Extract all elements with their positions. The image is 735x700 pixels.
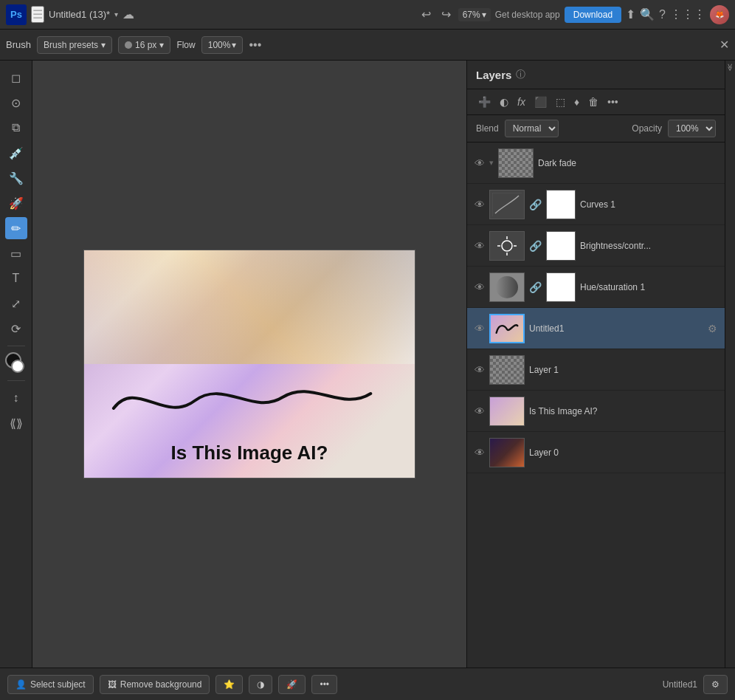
more-bottom-button[interactable]: ••• bbox=[311, 675, 337, 694]
size-arrow-icon: ▾ bbox=[159, 40, 164, 50]
taskbar-icon: ◑ bbox=[257, 679, 264, 690]
search-button[interactable]: 🔍 bbox=[640, 7, 655, 21]
flow-label: Flow bbox=[176, 40, 195, 50]
contextual-taskbar-button[interactable]: ◑ bbox=[249, 675, 272, 694]
canvas-text: Is This Image AI? bbox=[171, 442, 328, 464]
eyedropper-tool-button[interactable]: 💉 bbox=[5, 142, 27, 164]
preset-arrow-icon: ▾ bbox=[101, 40, 106, 50]
layer-item[interactable]: 👁 Layer 1 bbox=[467, 349, 725, 391]
opacity-select[interactable]: 100% bbox=[668, 120, 716, 137]
expand-tool-button[interactable]: ⟪⟫ bbox=[5, 412, 27, 434]
layer-mask-thumbnail bbox=[546, 272, 576, 302]
layer-thumbnail bbox=[489, 355, 525, 385]
canvas-top-decor bbox=[84, 250, 415, 364]
brush-size-button[interactable]: 16 px ▾ bbox=[118, 36, 170, 54]
background-color[interactable] bbox=[11, 360, 24, 373]
layers-toolbar: ➕ ◐ fx ⬛ ⬚ ♦ 🗑 ••• bbox=[467, 89, 725, 115]
crop-tool-button[interactable]: ⧉ bbox=[5, 117, 27, 139]
smart-object-button[interactable]: ⬚ bbox=[553, 94, 567, 110]
layer-thumbnail bbox=[489, 190, 525, 219]
remove-background-button[interactable]: 🖼 Remove background bbox=[100, 675, 210, 694]
document-settings-button[interactable]: ⚙ bbox=[703, 675, 728, 694]
layer-properties-icon[interactable]: ⚙ bbox=[708, 323, 717, 334]
hamburger-menu[interactable]: ☰ bbox=[31, 6, 44, 23]
layer-item[interactable]: 👁 🔗 Hue/saturation 1 bbox=[467, 267, 725, 308]
brush-tool-button[interactable]: ✏ bbox=[5, 217, 27, 239]
more-layer-options[interactable]: ••• bbox=[605, 94, 621, 110]
svg-point-0 bbox=[502, 241, 512, 251]
lasso-contextual-button[interactable]: 🚀 bbox=[278, 675, 306, 694]
redo-button[interactable]: ↪ bbox=[438, 6, 454, 23]
document-title: Untitled1 (13)* bbox=[49, 9, 110, 20]
rocket-tool-button[interactable]: 🚀 bbox=[5, 192, 27, 214]
heal-tool-button[interactable]: 🔧 bbox=[5, 167, 27, 189]
zoom-value: 67% bbox=[463, 10, 480, 20]
layer-visibility-toggle[interactable]: 👁 bbox=[475, 323, 485, 334]
rectangle-tool-button[interactable]: ▭ bbox=[5, 242, 27, 264]
layer-name: Hue/saturation 1 bbox=[580, 282, 717, 292]
left-toolbar: ◻ ⊙ ⧉ 💉 🔧 🚀 ✏ ▭ T ⤢ ⟳ ↕ ⟪⟫ bbox=[0, 61, 32, 668]
more-options-button[interactable]: ••• bbox=[249, 38, 261, 52]
delete-layer-button[interactable]: 🗑 bbox=[586, 94, 601, 110]
layer-visibility-toggle[interactable]: 👁 bbox=[475, 157, 485, 169]
layer-item[interactable]: 👁 Is This Image AI? bbox=[467, 391, 725, 432]
brush-preset-label: Brush presets bbox=[44, 40, 98, 50]
layer-visibility-toggle[interactable]: 👁 bbox=[475, 447, 485, 459]
layer-item[interactable]: 👁 Layer 0 bbox=[467, 432, 725, 473]
collapse-panel-button[interactable]: ≫ bbox=[726, 64, 735, 71]
undo-button[interactable]: ↩ bbox=[418, 6, 434, 23]
get-desktop-button[interactable]: Get desktop app bbox=[495, 10, 560, 20]
lasso-tool-button[interactable]: ⊙ bbox=[5, 92, 27, 114]
zoom-control[interactable]: 67% ▾ bbox=[458, 8, 491, 21]
layer-visibility-toggle[interactable]: 👁 bbox=[475, 364, 485, 376]
add-layer-button[interactable]: ➕ bbox=[476, 94, 493, 110]
layer-name: Untitled1 bbox=[529, 323, 703, 334]
transform-tool-button[interactable]: ⤢ bbox=[5, 292, 27, 315]
group-layer-button[interactable]: ♦ bbox=[572, 94, 582, 110]
layer-item[interactable]: 👁 🔗 Curves 1 bbox=[467, 184, 725, 225]
flow-value-button[interactable]: 100% ▾ bbox=[201, 36, 244, 54]
generative-fill-button[interactable]: ⭐ bbox=[215, 675, 243, 694]
lasso-icon: 🚀 bbox=[286, 679, 297, 690]
share-button[interactable]: ⬆ bbox=[626, 7, 635, 21]
fx-button[interactable]: fx bbox=[515, 94, 528, 110]
text-tool-button[interactable]: T bbox=[5, 267, 27, 289]
layer-expand-arrow[interactable]: ▾ bbox=[489, 158, 494, 168]
layer-link-icon: 🔗 bbox=[529, 281, 542, 293]
layer-visibility-toggle[interactable]: 👁 bbox=[475, 281, 485, 293]
layer-visibility-toggle[interactable]: 👁 bbox=[475, 199, 485, 210]
blend-label: Blend bbox=[476, 123, 499, 134]
layer-link-icon: 🔗 bbox=[529, 199, 542, 210]
select-tool-button[interactable]: ◻ bbox=[5, 66, 27, 89]
move-tool-button[interactable]: ↕ bbox=[5, 387, 27, 409]
adjust-layer-button[interactable]: ◐ bbox=[497, 94, 511, 110]
document-filename: Untitled1 bbox=[663, 679, 697, 690]
close-toolbar-button[interactable]: ✕ bbox=[720, 38, 729, 52]
warp-tool-button[interactable]: ⟳ bbox=[5, 318, 27, 340]
select-subject-button[interactable]: 👤 Select subject bbox=[7, 675, 94, 694]
grid-button[interactable]: ⋮⋮⋮ bbox=[670, 7, 705, 21]
help-button[interactable]: ? bbox=[659, 8, 666, 21]
brush-preset-button[interactable]: Brush presets ▾ bbox=[37, 36, 112, 54]
mask-layer-button[interactable]: ⬛ bbox=[532, 94, 549, 110]
download-button[interactable]: Download bbox=[565, 7, 621, 23]
brush-stroke-svg bbox=[92, 371, 415, 430]
layer-visibility-toggle[interactable]: 👁 bbox=[475, 405, 485, 417]
layer-thumbnail bbox=[489, 438, 525, 467]
blend-mode-select[interactable]: Normal bbox=[505, 120, 559, 137]
layer-item[interactable]: 👁 ▾ Dark fade bbox=[467, 143, 725, 184]
layer-item[interactable]: 👁 🔗 Brightness/contr... bbox=[467, 225, 725, 267]
zoom-arrow: ▾ bbox=[482, 10, 486, 20]
title-dropdown-arrow[interactable]: ▾ bbox=[114, 10, 118, 18]
avatar[interactable]: 🦊 bbox=[710, 5, 729, 24]
canvas-top-half bbox=[84, 250, 415, 364]
layer-item[interactable]: 👁 Untitled1 ⚙ bbox=[467, 308, 725, 349]
select-subject-label: Select subject bbox=[30, 679, 86, 690]
layers-info-icon[interactable]: ⓘ bbox=[516, 68, 525, 81]
canvas-area[interactable]: Is This Image AI? bbox=[32, 61, 466, 668]
layer-name: Layer 0 bbox=[529, 447, 717, 458]
layer-name: Layer 1 bbox=[529, 365, 717, 375]
layer-visibility-toggle[interactable]: 👁 bbox=[475, 240, 485, 252]
toolbar-separator-2 bbox=[7, 380, 25, 381]
gen-fill-icon: ⭐ bbox=[224, 679, 235, 690]
